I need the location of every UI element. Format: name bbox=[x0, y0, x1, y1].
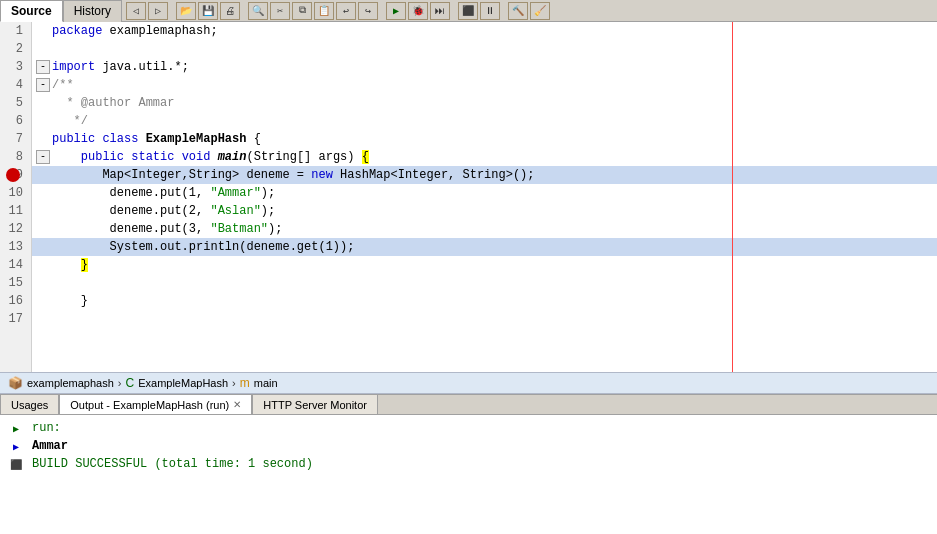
output-panel: Usages Output - ExampleMapHash (run) ✕ H… bbox=[0, 394, 937, 534]
output-name-line: Ammar bbox=[32, 437, 929, 455]
code-content[interactable]: package examplemaphash; - import java.ut… bbox=[32, 22, 937, 372]
fold-marker-3[interactable]: - bbox=[36, 60, 50, 74]
code-line-10: deneme.put(1, "Ammar"); bbox=[32, 184, 937, 202]
tab-source[interactable]: Source bbox=[0, 0, 63, 22]
code-text: /** bbox=[52, 76, 74, 94]
line-num-9: 9 bbox=[4, 166, 27, 184]
stop-output-btn[interactable]: ⬛ bbox=[8, 457, 24, 473]
code-line-15 bbox=[32, 274, 937, 292]
output-text: run: Ammar BUILD SUCCESSFUL (total time:… bbox=[32, 419, 929, 530]
line-num-1: 1 bbox=[4, 22, 27, 40]
nav-fwd-btn[interactable]: ▷ bbox=[148, 2, 168, 20]
output-content: ▶ ▶ ⬛ run: Ammar BUILD SUCCESSFUL (total… bbox=[0, 415, 937, 534]
code-line-4: - /** bbox=[32, 76, 937, 94]
line-num-15: 15 bbox=[4, 274, 27, 292]
line-num-10: 10 bbox=[4, 184, 27, 202]
line-num-16: 16 bbox=[4, 292, 27, 310]
breadcrumb-class-item: C ExampleMapHash bbox=[126, 376, 229, 390]
line-numbers: 1 2 3 4 5 6 7 8 9 10 11 12 13 14 15 16 1… bbox=[0, 22, 32, 372]
code-line-8: - public static void main(String[] args)… bbox=[32, 148, 937, 166]
line-num-11: 11 bbox=[4, 202, 27, 220]
code-line-3: - import java.util.*; bbox=[32, 58, 937, 76]
line-num-8: 8 bbox=[4, 148, 27, 166]
breakpoint-icon bbox=[6, 168, 20, 182]
line-num-4: 4 bbox=[4, 76, 27, 94]
code-line-17 bbox=[32, 310, 937, 328]
run-again-btn[interactable]: ▶ bbox=[8, 421, 24, 437]
redo-btn[interactable]: ↪ bbox=[358, 2, 378, 20]
code-text: } bbox=[52, 292, 88, 310]
code-line-6: */ bbox=[32, 112, 937, 130]
output-action-buttons: ▶ ▶ ⬛ bbox=[8, 419, 24, 530]
breadcrumb-bar: 📦 examplemaphash › C ExampleMapHash › m … bbox=[0, 372, 937, 394]
tab-history[interactable]: History bbox=[63, 0, 122, 22]
clean-btn[interactable]: 🧹 bbox=[530, 2, 550, 20]
nav-back-btn[interactable]: ◁ bbox=[126, 2, 146, 20]
pause-btn[interactable]: ⏸ bbox=[480, 2, 500, 20]
breadcrumb-method-item: m main bbox=[240, 376, 278, 390]
code-line-9: Map<Integer,String> deneme = new HashMap… bbox=[32, 166, 937, 184]
code-text: Map<Integer,String> deneme = new HashMap… bbox=[52, 166, 535, 184]
breadcrumb-sep-2: › bbox=[232, 377, 236, 389]
toolbar-buttons: ◁ ▷ 📂 💾 🖨 🔍 ✂ ⧉ 📋 ↩ ↪ ▶ 🐞 ⏭ ⬛ ⏸ 🔨 🧹 bbox=[122, 2, 937, 20]
code-line-2 bbox=[32, 40, 937, 58]
tab-usages[interactable]: Usages bbox=[0, 394, 59, 414]
line-num-7: 7 bbox=[4, 130, 27, 148]
code-text: deneme.put(3, "Batman"); bbox=[52, 220, 282, 238]
debug-btn[interactable]: 🐞 bbox=[408, 2, 428, 20]
run-btn[interactable]: ▶ bbox=[386, 2, 406, 20]
code-line-16: } bbox=[32, 292, 937, 310]
code-line-12: deneme.put(3, "Batman"); bbox=[32, 220, 937, 238]
breadcrumb-method: main bbox=[254, 377, 278, 389]
code-text: */ bbox=[52, 112, 88, 130]
line-num-6: 6 bbox=[4, 112, 27, 130]
code-text: System.out.println(deneme.get(1)); bbox=[52, 238, 354, 256]
fold-marker-8[interactable]: - bbox=[36, 150, 50, 164]
code-text: public static void main(String[] args) { bbox=[52, 148, 369, 166]
output-close-icon[interactable]: ✕ bbox=[233, 399, 241, 410]
line-num-13: 13 bbox=[4, 238, 27, 256]
step-btn[interactable]: ⏭ bbox=[430, 2, 450, 20]
code-line-1: package examplemaphash; bbox=[32, 22, 937, 40]
line-num-3: 3 bbox=[4, 58, 27, 76]
breadcrumb-class: ExampleMapHash bbox=[138, 377, 228, 389]
fold-marker-4[interactable]: - bbox=[36, 78, 50, 92]
http-monitor-label: HTTP Server Monitor bbox=[263, 399, 367, 411]
open-btn[interactable]: 📂 bbox=[176, 2, 196, 20]
line-num-2: 2 bbox=[4, 40, 27, 58]
copy-btn[interactable]: ⧉ bbox=[292, 2, 312, 20]
build-btn[interactable]: 🔨 bbox=[508, 2, 528, 20]
line-num-14: 14 bbox=[4, 256, 27, 274]
breadcrumb-package: examplemaphash bbox=[27, 377, 114, 389]
tab-output[interactable]: Output - ExampleMapHash (run) ✕ bbox=[59, 394, 252, 414]
code-text: public class ExampleMapHash { bbox=[52, 130, 261, 148]
code-line-13: System.out.println(deneme.get(1)); bbox=[32, 238, 937, 256]
output-success-line: BUILD SUCCESSFUL (total time: 1 second) bbox=[32, 455, 929, 473]
debug-again-btn[interactable]: ▶ bbox=[8, 439, 24, 455]
breadcrumb-sep-1: › bbox=[118, 377, 122, 389]
toolbar: Source History ◁ ▷ 📂 💾 🖨 🔍 ✂ ⧉ 📋 ↩ ↪ ▶ 🐞… bbox=[0, 0, 937, 22]
output-label: Output - ExampleMapHash (run) bbox=[70, 399, 229, 411]
code-line-14: } bbox=[32, 256, 937, 274]
stop-btn[interactable]: ⬛ bbox=[458, 2, 478, 20]
cut-btn[interactable]: ✂ bbox=[270, 2, 290, 20]
save-btn[interactable]: 💾 bbox=[198, 2, 218, 20]
output-tabs: Usages Output - ExampleMapHash (run) ✕ H… bbox=[0, 395, 937, 415]
code-text: import java.util.*; bbox=[52, 58, 189, 76]
line-num-12: 12 bbox=[4, 220, 27, 238]
code-text: deneme.put(1, "Ammar"); bbox=[52, 184, 275, 202]
code-lines: package examplemaphash; - import java.ut… bbox=[32, 22, 937, 328]
package-icon: 📦 bbox=[8, 376, 23, 390]
find-btn[interactable]: 🔍 bbox=[248, 2, 268, 20]
print-btn[interactable]: 🖨 bbox=[220, 2, 240, 20]
undo-btn[interactable]: ↩ bbox=[336, 2, 356, 20]
code-text: } bbox=[52, 256, 88, 274]
tab-http-monitor[interactable]: HTTP Server Monitor bbox=[252, 394, 378, 414]
breadcrumb-package-item: 📦 examplemaphash bbox=[8, 376, 114, 390]
code-line-7: public class ExampleMapHash { bbox=[32, 130, 937, 148]
class-icon: C bbox=[126, 376, 135, 390]
usages-label: Usages bbox=[11, 399, 48, 411]
code-line-11: deneme.put(2, "Aslan"); bbox=[32, 202, 937, 220]
code-text: package examplemaphash; bbox=[52, 22, 218, 40]
paste-btn[interactable]: 📋 bbox=[314, 2, 334, 20]
